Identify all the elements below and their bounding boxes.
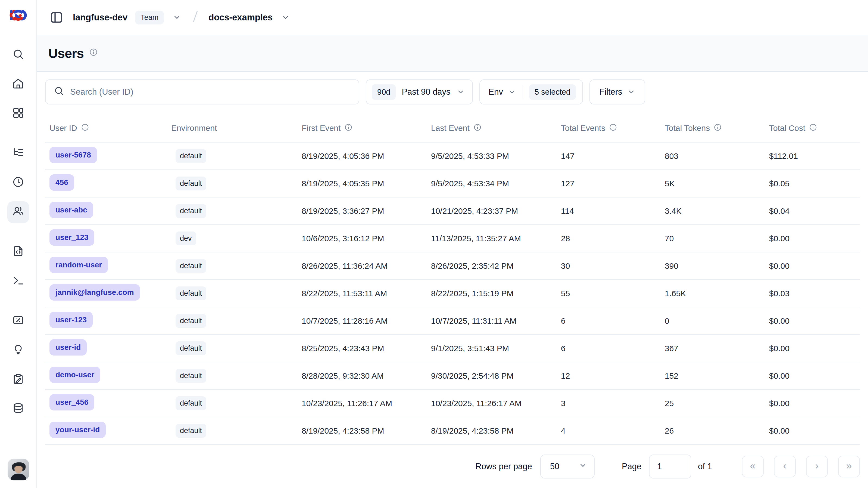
clock-icon xyxy=(12,176,24,190)
user-id-badge[interactable]: user-5678 xyxy=(50,147,97,163)
environment-filter-button[interactable]: Env 5 selected xyxy=(479,80,583,105)
page-number-input[interactable] xyxy=(649,455,691,479)
users-table: User IDEnvironmentFirst EventLast EventT… xyxy=(45,114,860,445)
info-icon[interactable] xyxy=(81,123,89,133)
cell-total-events: 55 xyxy=(561,289,665,298)
user-id-badge[interactable]: demo-user xyxy=(50,367,100,383)
table-header-row: User IDEnvironmentFirst EventLast EventT… xyxy=(45,114,860,143)
cell-total-cost: $0.05 xyxy=(769,179,860,188)
user-id-badge[interactable]: user_123 xyxy=(50,229,94,246)
first-page-button[interactable]: « xyxy=(742,456,764,478)
sidebar-item-insights[interactable] xyxy=(7,340,29,361)
previous-page-button[interactable]: ‹ xyxy=(774,456,796,478)
sidebar-item-tracing[interactable] xyxy=(7,143,29,164)
table-row[interactable]: your-user-iddefault8/19/2025, 4:23:58 PM… xyxy=(45,417,860,445)
date-range-label: Past 90 days xyxy=(402,87,450,97)
user-id-badge[interactable]: user_456 xyxy=(50,394,94,410)
cell-first-event: 10/6/2025, 3:16:12 PM xyxy=(302,234,431,243)
cell-environment: dev xyxy=(171,231,302,246)
content: 90d Past 90 days Env 5 selected Filters xyxy=(37,72,868,488)
column-header-total-events[interactable]: Total Events xyxy=(561,123,665,133)
rows-per-page-label: Rows per page xyxy=(475,462,532,471)
cell-total-events: 114 xyxy=(561,206,665,216)
cell-total-events: 4 xyxy=(561,426,665,435)
column-header-user-id[interactable]: User ID xyxy=(45,123,171,133)
table-row[interactable]: demo-userdefault8/28/2025, 9:32:30 AM9/3… xyxy=(45,362,860,390)
cell-total-events: 12 xyxy=(561,371,665,380)
page-title-info-icon[interactable] xyxy=(89,48,98,59)
sidebar-item-prompts[interactable] xyxy=(7,241,29,263)
sidebar-item-home[interactable] xyxy=(7,74,29,95)
cell-total-tokens: 367 xyxy=(665,344,769,353)
table-row[interactable]: user_456default10/23/2025, 11:26:17 AM10… xyxy=(45,390,860,417)
user-id-badge[interactable]: random-user xyxy=(50,257,108,273)
environment-filter-label: Env xyxy=(489,87,503,97)
column-header-last-event[interactable]: Last Event xyxy=(431,123,561,133)
org-name[interactable]: langfuse-dev xyxy=(73,12,127,23)
date-range-button[interactable]: 90d Past 90 days xyxy=(366,80,473,105)
info-icon[interactable] xyxy=(473,123,482,133)
rows-per-page-select[interactable]: 50 xyxy=(540,455,595,479)
project-switcher-chevron-icon[interactable] xyxy=(280,12,291,23)
next-page-button[interactable]: › xyxy=(806,456,828,478)
info-icon[interactable] xyxy=(609,123,617,133)
user-id-badge[interactable]: jannik@langfuse.com xyxy=(50,284,140,300)
user-id-badge[interactable]: your-user-id xyxy=(50,422,106,438)
table-row[interactable]: random-userdefault8/26/2025, 11:36:24 AM… xyxy=(45,253,860,280)
cell-total-tokens: 803 xyxy=(665,151,769,161)
table-row[interactable]: user-iddefault8/25/2025, 4:23:43 PM9/1/2… xyxy=(45,335,860,362)
search-input[interactable] xyxy=(70,87,350,97)
cell-last-event: 10/23/2025, 11:26:17 AM xyxy=(431,399,561,408)
user-avatar[interactable] xyxy=(8,459,29,480)
sidebar-item-dashboards[interactable] xyxy=(7,103,29,124)
cell-total-events: 6 xyxy=(561,316,665,325)
cell-total-cost: $0.00 xyxy=(769,399,860,408)
sidebar-item-users[interactable] xyxy=(7,201,29,223)
project-name[interactable]: docs-examples xyxy=(209,12,273,23)
column-header-total-cost[interactable]: Total Cost xyxy=(769,123,860,133)
cell-total-tokens: 26 xyxy=(665,426,769,435)
sidebar-item-annotation[interactable] xyxy=(7,369,29,391)
table-row[interactable]: user_123dev10/6/2025, 3:16:12 PM11/13/20… xyxy=(45,225,860,253)
search-icon xyxy=(54,86,64,98)
chevron-down-icon xyxy=(508,88,516,96)
info-icon[interactable] xyxy=(714,123,722,133)
sidebar-item-sessions[interactable] xyxy=(7,172,29,194)
langfuse-logo-icon xyxy=(8,6,29,24)
org-switcher-chevron-icon[interactable] xyxy=(172,12,182,23)
environment-badge: default xyxy=(176,369,206,383)
cell-first-event: 8/19/2025, 4:05:35 PM xyxy=(302,179,431,188)
user-id-badge[interactable]: user-id xyxy=(50,339,87,355)
cell-total-tokens: 70 xyxy=(665,234,769,243)
user-id-badge[interactable]: user-123 xyxy=(50,312,93,328)
cell-total-tokens: 390 xyxy=(665,261,769,271)
cell-environment: default xyxy=(171,286,302,300)
column-header-total-tokens[interactable]: Total Tokens xyxy=(665,123,769,133)
cell-last-event: 11/13/2025, 11:35:27 AM xyxy=(431,234,561,243)
sidebar-toggle-icon[interactable] xyxy=(48,9,65,26)
table-row[interactable]: jannik@langfuse.comdefault8/22/2025, 11:… xyxy=(45,280,860,307)
table-row[interactable]: user-123default10/7/2025, 11:28:16 AM10/… xyxy=(45,307,860,335)
sidebar-item-playground[interactable] xyxy=(7,270,29,292)
cell-total-cost: $0.00 xyxy=(769,371,860,380)
info-icon[interactable] xyxy=(344,123,352,133)
cell-user-id: random-user xyxy=(45,257,171,275)
sidebar-item-search[interactable] xyxy=(7,44,29,66)
cell-total-events: 28 xyxy=(561,234,665,243)
chevron-down-icon xyxy=(627,88,636,96)
table-row[interactable]: user-abcdefault8/19/2025, 3:36:27 PM10/2… xyxy=(45,198,860,225)
last-page-button[interactable]: » xyxy=(838,456,860,478)
sidebar-item-datasets[interactable] xyxy=(7,398,29,420)
cell-user-id: demo-user xyxy=(45,367,171,385)
column-header-environment[interactable]: Environment xyxy=(171,123,302,133)
info-icon[interactable] xyxy=(809,123,817,133)
user-id-badge[interactable]: user-abc xyxy=(50,202,93,218)
table-row[interactable]: 456default8/19/2025, 4:05:35 PM9/5/2025,… xyxy=(45,170,860,198)
table-row[interactable]: user-5678default8/19/2025, 4:05:36 PM9/5… xyxy=(45,143,860,170)
column-header-first-event[interactable]: First Event xyxy=(302,123,431,133)
user-id-badge[interactable]: 456 xyxy=(50,174,74,191)
sidebar-nav xyxy=(7,44,29,428)
filters-button[interactable]: Filters xyxy=(589,80,645,105)
cell-first-event: 8/28/2025, 9:32:30 AM xyxy=(302,371,431,380)
sidebar-item-evaluation[interactable] xyxy=(7,310,29,332)
